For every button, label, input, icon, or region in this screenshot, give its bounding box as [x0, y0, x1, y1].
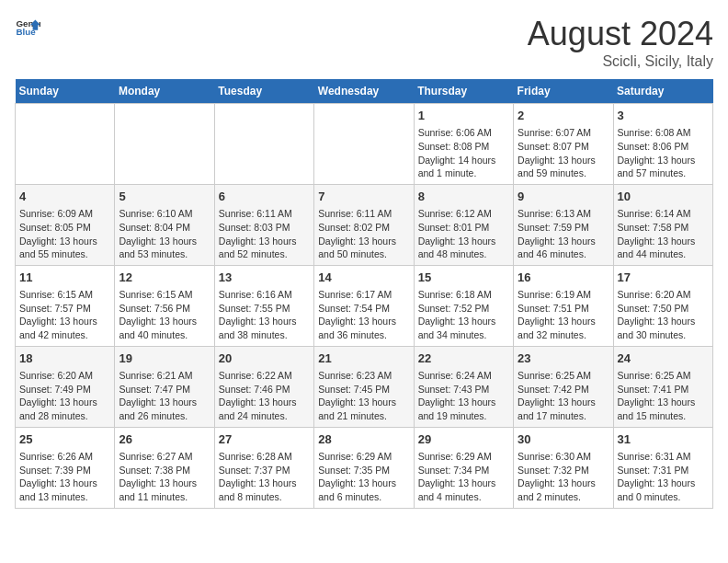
calendar-cell: 8Sunrise: 6:12 AM Sunset: 8:01 PM Daylig…: [414, 184, 513, 265]
calendar-cell: 30Sunrise: 6:30 AM Sunset: 7:32 PM Dayli…: [514, 427, 613, 508]
calendar-cell: 27Sunrise: 6:28 AM Sunset: 7:37 PM Dayli…: [214, 427, 313, 508]
calendar-cell: 31Sunrise: 6:31 AM Sunset: 7:31 PM Dayli…: [613, 427, 712, 508]
calendar-cell: 29Sunrise: 6:29 AM Sunset: 7:34 PM Dayli…: [414, 427, 513, 508]
calendar-cell: 28Sunrise: 6:29 AM Sunset: 7:35 PM Dayli…: [314, 427, 414, 508]
day-number: 24: [618, 350, 709, 367]
calendar-cell: 13Sunrise: 6:16 AM Sunset: 7:55 PM Dayli…: [214, 265, 313, 346]
day-info: Sunrise: 6:16 AM Sunset: 7:55 PM Dayligh…: [219, 288, 310, 342]
calendar-cell: 21Sunrise: 6:23 AM Sunset: 7:45 PM Dayli…: [314, 346, 414, 427]
calendar-cell: 2Sunrise: 6:07 AM Sunset: 8:07 PM Daylig…: [514, 104, 613, 185]
day-number: 30: [518, 431, 609, 448]
day-info: Sunrise: 6:19 AM Sunset: 7:51 PM Dayligh…: [518, 288, 609, 342]
day-info: Sunrise: 6:08 AM Sunset: 8:06 PM Dayligh…: [618, 126, 709, 180]
calendar-cell: 25Sunrise: 6:26 AM Sunset: 7:39 PM Dayli…: [16, 427, 115, 508]
day-number: 15: [418, 270, 509, 286]
day-number: 31: [618, 431, 709, 448]
calendar-cell: 7Sunrise: 6:11 AM Sunset: 8:02 PM Daylig…: [314, 184, 414, 265]
calendar-cell: 22Sunrise: 6:24 AM Sunset: 7:43 PM Dayli…: [414, 346, 513, 427]
day-number: 22: [418, 350, 509, 367]
calendar-cell: [115, 104, 214, 185]
day-info: Sunrise: 6:18 AM Sunset: 7:52 PM Dayligh…: [418, 288, 509, 342]
calendar-cell: 14Sunrise: 6:17 AM Sunset: 7:54 PM Dayli…: [314, 265, 414, 346]
calendar-cell: 15Sunrise: 6:18 AM Sunset: 7:52 PM Dayli…: [414, 265, 513, 346]
day-number: 10: [618, 189, 709, 205]
week-row-0: 1Sunrise: 6:06 AM Sunset: 8:08 PM Daylig…: [16, 104, 713, 185]
logo: General Blue: [15, 15, 40, 40]
calendar-cell: 12Sunrise: 6:15 AM Sunset: 7:56 PM Dayli…: [115, 265, 214, 346]
calendar-table: SundayMondayTuesdayWednesdayThursdayFrid…: [15, 79, 713, 509]
day-number: 1: [418, 108, 509, 124]
day-info: Sunrise: 6:25 AM Sunset: 7:42 PM Dayligh…: [518, 369, 609, 423]
day-number: 26: [119, 431, 210, 448]
header-tuesday: Tuesday: [214, 79, 313, 104]
page-header: General Blue August 2024 Scicli, Sicily,…: [15, 15, 713, 70]
day-info: Sunrise: 6:23 AM Sunset: 7:45 PM Dayligh…: [318, 369, 409, 423]
calendar-cell: 17Sunrise: 6:20 AM Sunset: 7:50 PM Dayli…: [613, 265, 712, 346]
day-info: Sunrise: 6:13 AM Sunset: 7:59 PM Dayligh…: [518, 207, 609, 261]
title-block: August 2024 Scicli, Sicily, Italy: [528, 15, 713, 70]
calendar-cell: 1Sunrise: 6:06 AM Sunset: 8:08 PM Daylig…: [414, 104, 513, 185]
day-info: Sunrise: 6:17 AM Sunset: 7:54 PM Dayligh…: [318, 288, 409, 342]
logo-icon: General Blue: [15, 15, 40, 40]
day-number: 23: [518, 350, 609, 367]
day-number: 17: [618, 270, 709, 286]
calendar-cell: 16Sunrise: 6:19 AM Sunset: 7:51 PM Dayli…: [514, 265, 613, 346]
calendar-cell: 11Sunrise: 6:15 AM Sunset: 7:57 PM Dayli…: [16, 265, 115, 346]
calendar-cell: [314, 104, 414, 185]
day-number: 7: [318, 189, 409, 205]
main-title: August 2024: [528, 15, 713, 53]
header-monday: Monday: [115, 79, 214, 104]
day-number: 28: [318, 431, 409, 448]
day-number: 16: [518, 270, 609, 286]
header-wednesday: Wednesday: [314, 79, 414, 104]
day-number: 18: [19, 350, 110, 367]
day-number: 19: [119, 350, 210, 367]
day-number: 9: [518, 189, 609, 205]
day-info: Sunrise: 6:15 AM Sunset: 7:56 PM Dayligh…: [119, 288, 210, 342]
calendar-cell: 18Sunrise: 6:20 AM Sunset: 7:49 PM Dayli…: [16, 346, 115, 427]
week-row-4: 25Sunrise: 6:26 AM Sunset: 7:39 PM Dayli…: [16, 427, 713, 508]
calendar-cell: 6Sunrise: 6:11 AM Sunset: 8:03 PM Daylig…: [214, 184, 313, 265]
subtitle: Scicli, Sicily, Italy: [528, 53, 713, 70]
calendar-cell: [16, 104, 115, 185]
day-number: 27: [219, 431, 310, 448]
day-number: 5: [119, 189, 210, 205]
day-number: 25: [19, 431, 110, 448]
day-number: 20: [219, 350, 310, 367]
day-info: Sunrise: 6:07 AM Sunset: 8:07 PM Dayligh…: [518, 126, 609, 180]
day-number: 21: [318, 350, 409, 367]
day-info: Sunrise: 6:15 AM Sunset: 7:57 PM Dayligh…: [19, 288, 110, 342]
calendar-cell: 23Sunrise: 6:25 AM Sunset: 7:42 PM Dayli…: [514, 346, 613, 427]
day-info: Sunrise: 6:10 AM Sunset: 8:04 PM Dayligh…: [119, 207, 210, 261]
week-row-1: 4Sunrise: 6:09 AM Sunset: 8:05 PM Daylig…: [16, 184, 713, 265]
calendar-cell: 4Sunrise: 6:09 AM Sunset: 8:05 PM Daylig…: [16, 184, 115, 265]
calendar-cell: 19Sunrise: 6:21 AM Sunset: 7:47 PM Dayli…: [115, 346, 214, 427]
day-info: Sunrise: 6:29 AM Sunset: 7:35 PM Dayligh…: [318, 450, 409, 504]
day-number: 2: [518, 108, 609, 124]
day-info: Sunrise: 6:14 AM Sunset: 7:58 PM Dayligh…: [618, 207, 709, 261]
day-number: 12: [119, 270, 210, 286]
day-info: Sunrise: 6:27 AM Sunset: 7:38 PM Dayligh…: [119, 450, 210, 504]
header-sunday: Sunday: [16, 79, 115, 104]
calendar-cell: 5Sunrise: 6:10 AM Sunset: 8:04 PM Daylig…: [115, 184, 214, 265]
week-row-2: 11Sunrise: 6:15 AM Sunset: 7:57 PM Dayli…: [16, 265, 713, 346]
day-info: Sunrise: 6:09 AM Sunset: 8:05 PM Dayligh…: [19, 207, 110, 261]
week-row-3: 18Sunrise: 6:20 AM Sunset: 7:49 PM Dayli…: [16, 346, 713, 427]
calendar-cell: 24Sunrise: 6:25 AM Sunset: 7:41 PM Dayli…: [613, 346, 712, 427]
day-info: Sunrise: 6:25 AM Sunset: 7:41 PM Dayligh…: [618, 369, 709, 423]
day-info: Sunrise: 6:11 AM Sunset: 8:03 PM Dayligh…: [219, 207, 310, 261]
day-number: 3: [618, 108, 709, 124]
day-info: Sunrise: 6:20 AM Sunset: 7:50 PM Dayligh…: [618, 288, 709, 342]
day-number: 11: [19, 270, 110, 286]
calendar-cell: 9Sunrise: 6:13 AM Sunset: 7:59 PM Daylig…: [514, 184, 613, 265]
day-number: 6: [219, 189, 310, 205]
header-friday: Friday: [514, 79, 613, 104]
day-info: Sunrise: 6:24 AM Sunset: 7:43 PM Dayligh…: [418, 369, 509, 423]
day-info: Sunrise: 6:21 AM Sunset: 7:47 PM Dayligh…: [119, 369, 210, 423]
day-number: 29: [418, 431, 509, 448]
day-number: 4: [19, 189, 110, 205]
day-info: Sunrise: 6:30 AM Sunset: 7:32 PM Dayligh…: [518, 450, 609, 504]
day-info: Sunrise: 6:12 AM Sunset: 8:01 PM Dayligh…: [418, 207, 509, 261]
day-info: Sunrise: 6:20 AM Sunset: 7:49 PM Dayligh…: [19, 369, 110, 423]
day-info: Sunrise: 6:11 AM Sunset: 8:02 PM Dayligh…: [318, 207, 409, 261]
